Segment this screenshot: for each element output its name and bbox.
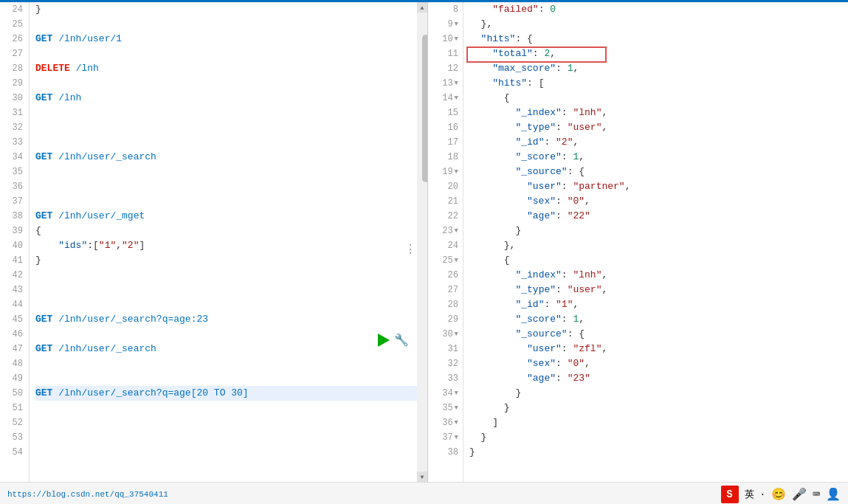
code-line-54 [35,445,417,460]
right-line-num-23: 23 [428,224,458,238]
wrench-icon[interactable]: 🔧 [394,333,409,348]
line-num-33: 33 [0,135,23,150]
right-line-num-21: 21 [428,194,458,209]
code-line-35 [35,165,417,179]
line-num-27: 27 [0,46,23,61]
line-34: 34 [442,386,452,401]
fold-19[interactable] [455,165,458,179]
keyboard-icon[interactable]: ⌨ [813,487,820,502]
fold-34[interactable] [455,386,458,401]
microphone-icon[interactable]: 🎤 [792,487,807,502]
right-line-num-18: 18 [428,150,458,165]
line-num-44: 44 [0,297,23,312]
code-line-33 [35,135,417,150]
line-32: 32 [448,356,458,371]
left-panel: 24 25 26 27 28 29 30 31 32 33 34 35 36 3… [0,2,428,482]
line-28: 28 [448,297,458,312]
code-line-41: } [35,253,417,268]
json-line-21: "sex": "0", [469,194,848,209]
emoji-icon[interactable]: 😊 [771,487,786,502]
json-line-33: "age": "23" [469,371,848,386]
right-line-num-12: 12 [428,61,458,76]
line-num-47: 47 [0,342,23,356]
json-line-10: "hits": { [469,32,848,46]
right-line-num-34: 34 [428,386,458,401]
code-line-26: GET /lnh/user/1 [35,32,417,46]
scroll-down-arrow[interactable]: ▼ [417,472,427,482]
json-line-14: { [469,91,848,106]
line-38: 38 [448,445,458,460]
right-line-num-32: 32 [428,356,458,371]
line-num-29: 29 [0,76,23,91]
code-line-37 [35,194,417,209]
scroll-up-arrow[interactable]: ▲ [417,2,427,13]
right-line-num-15: 15 [428,106,458,120]
right-line-num-14: 14 [428,91,458,106]
user-icon[interactable]: 👤 [826,487,841,502]
right-line-num-13: 13 [428,76,458,91]
code-line-40: "ids":["1","2"] [35,238,417,253]
json-line-26: "_index": "lnh", [469,268,848,283]
line-20: 20 [448,179,458,194]
json-line-37: } [469,430,848,445]
fold-36[interactable] [455,415,458,430]
json-line-35: } [469,401,848,415]
line-25: 25 [442,253,452,268]
scrollbar-thumb[interactable] [422,35,428,182]
input-method-label[interactable]: 英 [745,488,754,501]
json-line-8: "failed": 0 [469,2,848,17]
line-num-50: 50 [0,386,23,401]
code-line-34: GET /lnh/user/_search [35,150,417,165]
code-line-27 [35,46,417,61]
fold-25[interactable] [455,253,458,268]
line-num-25: 25 [0,17,23,32]
code-line-43 [35,283,417,297]
fold-14[interactable] [455,91,458,106]
right-line-num-20: 20 [428,179,458,194]
fold-23[interactable] [455,224,458,238]
right-line-num-33: 33 [428,371,458,386]
line-8: 8 [453,2,458,17]
code-line-42 [35,268,417,283]
fold-37[interactable] [455,430,458,445]
right-line-num-29: 29 [428,312,458,327]
line-num-49: 49 [0,371,23,386]
json-line-38: } [469,445,848,460]
right-line-num-36: 36 [428,415,458,430]
fold-35[interactable] [455,401,458,415]
right-code-area: 8 9 10 11 12 13 14 15 16 17 18 19 20 21 … [428,2,848,482]
line-num-32: 32 [0,120,23,135]
action-icons-container: 🔧 [378,333,409,348]
line-29: 29 [448,312,458,327]
line-num-52: 52 [0,415,23,430]
fold-13[interactable] [455,76,458,91]
json-line-23: } [469,224,848,238]
right-line-num-30: 30 [428,327,458,342]
fold-10[interactable] [455,32,458,46]
json-line-15: "_index": "lnh", [469,106,848,120]
line-24r: 24 [448,238,458,253]
code-line-51 [35,401,417,415]
line-num-48: 48 [0,356,23,371]
fold-9[interactable] [455,17,458,32]
line-33: 33 [448,371,458,386]
line-num-37: 37 [0,194,23,209]
left-scrollbar[interactable]: ▲ ▼ [417,2,427,482]
code-line-29 [35,76,417,91]
right-line-num-38: 38 [428,445,458,460]
line-19: 19 [442,165,452,179]
dot-separator: · [760,489,766,500]
line-num-53: 53 [0,430,23,445]
code-line-45: GET /lnh/user/_search?q=age:23 [35,312,417,327]
status-url: https://blog.csdn.net/qq_37540411 [7,490,168,499]
right-line-num-37: 37 [428,430,458,445]
json-line-12: "max_score": 1, [469,61,848,76]
fold-30[interactable] [455,327,458,342]
code-line-32 [35,120,417,135]
line-15: 15 [448,106,458,120]
json-line-18: "_score": 1, [469,150,848,165]
line-num-38: 38 [0,209,23,224]
json-line-36: ] [469,415,848,430]
line-num-40: 40 [0,238,23,253]
run-button[interactable] [378,334,390,347]
